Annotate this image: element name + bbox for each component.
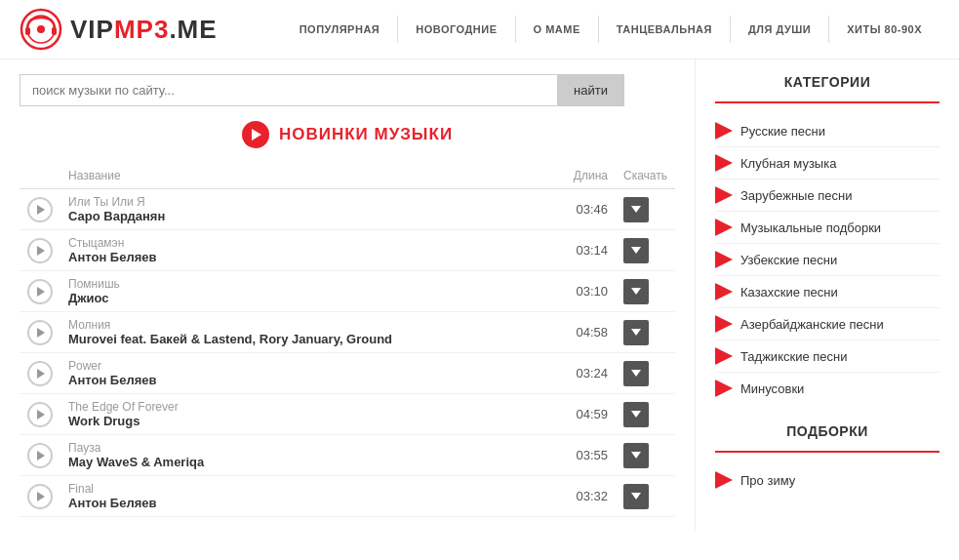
download-button[interactable] bbox=[623, 238, 649, 263]
nav-item-newyear[interactable]: НОВОГОДНИЕ bbox=[398, 16, 515, 43]
play-button[interactable] bbox=[27, 238, 53, 263]
svg-rect-3 bbox=[25, 27, 30, 35]
track-title: Или Ты Или Я bbox=[68, 195, 549, 209]
category-label: Минусовки bbox=[740, 381, 804, 396]
download-button[interactable] bbox=[623, 443, 649, 468]
track-title: Молния bbox=[68, 318, 549, 332]
play-button[interactable] bbox=[27, 402, 53, 427]
download-arrow-icon bbox=[631, 206, 641, 213]
track-info-cell: The Edge Of Forever Work Drugs bbox=[60, 394, 557, 435]
play-cell bbox=[20, 476, 60, 517]
play-button[interactable] bbox=[27, 361, 53, 386]
play-button[interactable] bbox=[27, 279, 53, 304]
collection-label: Про зиму bbox=[740, 473, 795, 488]
download-arrow-icon bbox=[631, 411, 641, 418]
logo-icon bbox=[20, 8, 62, 51]
download-button[interactable] bbox=[623, 197, 649, 222]
download-cell bbox=[616, 353, 675, 394]
category-item[interactable]: Зарубежные песни bbox=[715, 180, 939, 212]
play-cell bbox=[20, 189, 60, 230]
play-button[interactable] bbox=[27, 320, 53, 345]
track-duration: 03:46 bbox=[557, 189, 616, 230]
track-artist: May WaveS & Ameriqa bbox=[68, 455, 549, 469]
download-cell bbox=[616, 435, 675, 476]
category-label: Азербайджанские песни bbox=[740, 317, 884, 332]
music-table: Название Длина Скачать Или Ты Или Я Саро… bbox=[20, 163, 675, 517]
category-label: Клубная музыка bbox=[740, 156, 836, 171]
download-arrow-icon bbox=[631, 452, 641, 459]
category-icon bbox=[715, 315, 733, 333]
svg-rect-4 bbox=[52, 27, 57, 35]
track-info-cell: Power Антон Беляев bbox=[60, 353, 557, 394]
track-title: Power bbox=[68, 359, 549, 373]
track-duration: 04:59 bbox=[557, 394, 616, 435]
main-nav: ПОПУЛЯРНАЯ НОВОГОДНИЕ О МАМЕ ТАНЦЕВАЛЬНА… bbox=[282, 16, 939, 43]
collection-item[interactable]: Про зиму bbox=[715, 464, 939, 496]
category-item[interactable]: Таджикские песни bbox=[715, 340, 939, 373]
new-music-icon bbox=[242, 121, 269, 148]
category-label: Русские песни bbox=[740, 124, 825, 139]
track-artist: Work Drugs bbox=[68, 414, 549, 428]
download-button[interactable] bbox=[623, 320, 649, 345]
download-button[interactable] bbox=[623, 402, 649, 427]
table-row: Стыцамэн Антон Беляев 03:14 bbox=[20, 230, 675, 271]
nav-item-dance[interactable]: ТАНЦЕВАЛЬНАЯ bbox=[599, 16, 731, 43]
category-icon bbox=[715, 122, 733, 140]
download-button[interactable] bbox=[623, 484, 649, 509]
track-title: Помнишь bbox=[68, 277, 549, 291]
search-bar: найти bbox=[20, 74, 624, 106]
nav-item-soul[interactable]: ДЛЯ ДУШИ bbox=[731, 16, 829, 43]
category-item[interactable]: Минусовки bbox=[715, 373, 939, 404]
category-item[interactable]: Азербайджанские песни bbox=[715, 308, 939, 340]
col-duration-header: Длина bbox=[557, 163, 616, 189]
download-button[interactable] bbox=[623, 361, 649, 386]
download-button[interactable] bbox=[623, 279, 649, 304]
download-arrow-icon bbox=[631, 329, 641, 336]
table-row: The Edge Of Forever Work Drugs 04:59 bbox=[20, 394, 675, 435]
logo-link[interactable]: VIPMP3.ME bbox=[20, 8, 218, 51]
table-header-row: Название Длина Скачать bbox=[20, 163, 675, 189]
play-button[interactable] bbox=[27, 197, 53, 222]
play-button[interactable] bbox=[27, 484, 53, 509]
category-item[interactable]: Музыкальные подборки bbox=[715, 212, 939, 244]
new-music-heading: НОВИНКИ МУЗЫКИ bbox=[20, 121, 675, 148]
track-artist: Джиос bbox=[68, 291, 549, 305]
col-download-header: Скачать bbox=[616, 163, 675, 189]
track-title: Пауза bbox=[68, 441, 549, 455]
col-play bbox=[20, 163, 60, 189]
nav-item-hits[interactable]: ХИТЫ 80-90Х bbox=[829, 16, 939, 43]
table-row: Помнишь Джиос 03:10 bbox=[20, 271, 675, 312]
collections-title: ПОДБОРКИ bbox=[715, 423, 939, 439]
play-button[interactable] bbox=[27, 443, 53, 468]
table-row: Молния Murovei feat. Бакей & Lastend, Ro… bbox=[20, 312, 675, 353]
track-artist: Murovei feat. Бакей & Lastend, Rory Janu… bbox=[68, 332, 549, 346]
track-duration: 03:10 bbox=[557, 271, 616, 312]
category-label: Казахские песни bbox=[740, 285, 838, 300]
category-item[interactable]: Узбекские песни bbox=[715, 244, 939, 276]
download-cell bbox=[616, 312, 675, 353]
category-item[interactable]: Русские песни bbox=[715, 115, 939, 147]
category-icon bbox=[715, 186, 733, 204]
download-cell bbox=[616, 271, 675, 312]
svg-point-2 bbox=[37, 25, 45, 33]
category-item[interactable]: Клубная музыка bbox=[715, 147, 939, 180]
category-label: Музыкальные подборки bbox=[740, 220, 881, 235]
track-info-cell: Молния Murovei feat. Бакей & Lastend, Ro… bbox=[60, 312, 557, 353]
download-arrow-icon bbox=[631, 493, 641, 500]
category-icon bbox=[715, 283, 733, 300]
nav-item-mom[interactable]: О МАМЕ bbox=[516, 16, 599, 43]
track-duration: 03:14 bbox=[557, 230, 616, 271]
category-icon bbox=[715, 219, 733, 236]
track-duration: 03:24 bbox=[557, 353, 616, 394]
categories-list: Русские песни Клубная музыка Зарубежные … bbox=[715, 115, 939, 404]
track-duration: 04:58 bbox=[557, 312, 616, 353]
nav-item-popular[interactable]: ПОПУЛЯРНАЯ bbox=[282, 16, 399, 43]
collections-section: ПОДБОРКИ Про зиму bbox=[715, 423, 939, 496]
table-row: Power Антон Беляев 03:24 bbox=[20, 353, 675, 394]
category-item[interactable]: Казахские песни bbox=[715, 276, 939, 308]
search-input[interactable] bbox=[20, 74, 557, 106]
play-cell bbox=[20, 435, 60, 476]
track-duration: 03:32 bbox=[557, 476, 616, 517]
sidebar: КАТЕГОРИИ Русские песни Клубная музыка З… bbox=[696, 60, 959, 532]
search-button[interactable]: найти bbox=[557, 74, 624, 106]
